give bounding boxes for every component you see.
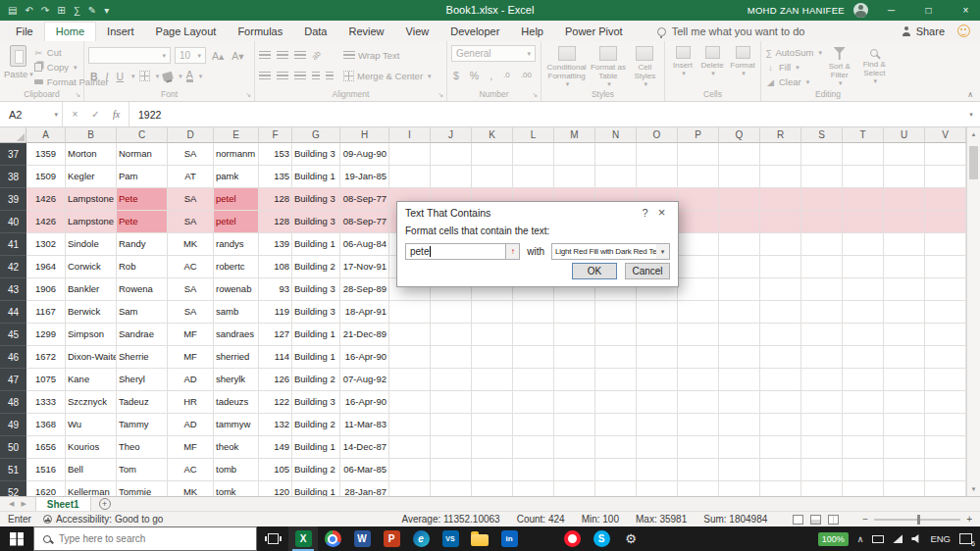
align-right-icon[interactable] bbox=[294, 72, 306, 80]
cell-A47[interactable]: 1075 bbox=[26, 369, 66, 391]
cell-V48[interactable] bbox=[925, 391, 966, 414]
cell-G48[interactable]: Building 3 bbox=[292, 391, 340, 414]
cell-A37[interactable]: 1359 bbox=[26, 143, 66, 166]
cell-M46[interactable] bbox=[554, 346, 595, 369]
feedback-smiley-icon[interactable] bbox=[957, 25, 970, 37]
align-bottom-icon[interactable] bbox=[294, 51, 306, 60]
cell-V51[interactable] bbox=[925, 459, 966, 481]
row-header-50[interactable]: 50 bbox=[0, 436, 26, 459]
previous-sheet-icon[interactable]: ◀ bbox=[9, 500, 14, 508]
format-cells-button[interactable]: Format▾ bbox=[728, 45, 757, 77]
row-header-38[interactable]: 38 bbox=[0, 166, 26, 188]
cell-H50[interactable]: 14-Dec-87 bbox=[340, 436, 389, 459]
taskbar-settings-button[interactable]: ⚙ bbox=[616, 526, 645, 551]
column-header-H[interactable]: H bbox=[340, 127, 389, 143]
cell-G40[interactable]: Building 3 bbox=[292, 211, 340, 233]
cell-F48[interactable]: 122 bbox=[259, 391, 292, 414]
cell-V41[interactable] bbox=[925, 233, 966, 256]
cell-K38[interactable] bbox=[472, 166, 513, 188]
cell-A45[interactable]: 1299 bbox=[26, 324, 66, 346]
cell-C45[interactable]: Sandrae bbox=[117, 324, 168, 346]
cell-Q43[interactable] bbox=[719, 278, 760, 301]
cell-M52[interactable] bbox=[554, 481, 595, 496]
cell-I45[interactable] bbox=[389, 324, 431, 346]
column-header-U[interactable]: U bbox=[884, 127, 925, 143]
taskbar-word-button[interactable] bbox=[347, 526, 377, 551]
name-box[interactable]: A2 ▾ bbox=[0, 102, 63, 126]
cell-D50[interactable]: MF bbox=[168, 436, 214, 459]
cell-A51[interactable]: 1516 bbox=[26, 459, 66, 481]
zoom-out-icon[interactable]: − bbox=[862, 514, 868, 525]
collapse-dialog-button[interactable]: ↑ bbox=[505, 244, 519, 259]
tab-formulas[interactable]: Formulas bbox=[227, 23, 293, 41]
cell-T47[interactable] bbox=[843, 369, 884, 391]
cell-M47[interactable] bbox=[554, 369, 595, 391]
cell-H44[interactable]: 18-Apr-91 bbox=[340, 301, 389, 324]
cell-R45[interactable] bbox=[760, 324, 801, 346]
tab-view[interactable]: View bbox=[395, 23, 440, 41]
start-button[interactable] bbox=[0, 526, 33, 551]
user-avatar[interactable] bbox=[853, 3, 868, 18]
cell-O38[interactable] bbox=[637, 166, 678, 188]
cell-O48[interactable] bbox=[637, 391, 678, 414]
scroll-down-icon[interactable]: ▼ bbox=[967, 482, 980, 496]
cell-S46[interactable] bbox=[801, 346, 843, 369]
delete-cells-button[interactable]: Delete▾ bbox=[698, 45, 726, 77]
cell-B37[interactable]: Morton bbox=[66, 143, 117, 166]
column-header-S[interactable]: S bbox=[801, 127, 843, 143]
volume-icon[interactable] bbox=[911, 534, 921, 543]
cell-E37[interactable]: normanm bbox=[214, 143, 259, 166]
cell-K48[interactable] bbox=[472, 391, 513, 414]
cell-D40[interactable]: SA bbox=[168, 211, 214, 233]
number-dialog-launcher-icon[interactable]: ↘ bbox=[532, 91, 538, 99]
cell-K52[interactable] bbox=[472, 481, 513, 496]
cell-P46[interactable] bbox=[678, 346, 719, 369]
cell-A46[interactable]: 1672 bbox=[26, 346, 66, 369]
undo-icon[interactable]: ↶ bbox=[25, 5, 32, 16]
taskbar-excel-button[interactable] bbox=[288, 526, 318, 551]
cell-D51[interactable]: AC bbox=[168, 459, 214, 481]
cell-E49[interactable]: tammyw bbox=[214, 414, 259, 436]
cell-E43[interactable]: rowenab bbox=[214, 278, 259, 301]
cell-D39[interactable]: SA bbox=[168, 188, 214, 211]
cell-D49[interactable]: AD bbox=[168, 414, 214, 436]
cell-B47[interactable]: Kane bbox=[66, 369, 117, 391]
insert-cells-button[interactable]: Insert▾ bbox=[669, 45, 696, 77]
column-header-M[interactable]: M bbox=[554, 127, 595, 143]
column-header-J[interactable]: J bbox=[431, 127, 472, 143]
format-as-table-button[interactable]: Format as Table▾ bbox=[590, 45, 626, 88]
cancel-entry-icon[interactable]: × bbox=[65, 109, 85, 120]
minimize-button[interactable]: ─ bbox=[877, 0, 905, 21]
conditional-formatting-button[interactable]: Conditional Formatting▾ bbox=[545, 45, 588, 88]
cell-P41[interactable] bbox=[678, 233, 719, 256]
column-header-P[interactable]: P bbox=[678, 127, 719, 143]
scroll-up-icon[interactable]: ▲ bbox=[967, 127, 980, 141]
cell-T48[interactable] bbox=[843, 391, 884, 414]
cell-K37[interactable] bbox=[472, 143, 513, 166]
cell-C43[interactable]: Rowena bbox=[117, 278, 168, 301]
cell-T38[interactable] bbox=[843, 166, 884, 188]
cell-T42[interactable] bbox=[843, 256, 884, 278]
decrease-indent-icon[interactable] bbox=[312, 72, 320, 80]
cell-C48[interactable]: Tadeuz bbox=[117, 391, 168, 414]
cell-G42[interactable]: Building 2 bbox=[292, 256, 340, 278]
cell-J46[interactable] bbox=[431, 346, 472, 369]
taskbar-chrome-button[interactable] bbox=[318, 526, 347, 551]
cell-U41[interactable] bbox=[884, 233, 925, 256]
cell-V52[interactable] bbox=[925, 481, 966, 496]
cell-T43[interactable] bbox=[843, 278, 884, 301]
taskbar-opera-button[interactable] bbox=[557, 526, 587, 551]
cell-U43[interactable] bbox=[884, 278, 925, 301]
cell-T46[interactable] bbox=[843, 346, 884, 369]
fill-color-icon[interactable] bbox=[162, 71, 174, 80]
accounting-format-button[interactable]: $ bbox=[451, 70, 461, 81]
cell-T49[interactable] bbox=[843, 414, 884, 436]
cell-S48[interactable] bbox=[801, 391, 843, 414]
cell-L46[interactable] bbox=[513, 346, 554, 369]
cell-S47[interactable] bbox=[801, 369, 843, 391]
row-header-45[interactable]: 45 bbox=[0, 324, 26, 346]
cell-H45[interactable]: 21-Dec-89 bbox=[340, 324, 389, 346]
cell-P49[interactable] bbox=[678, 414, 719, 436]
orientation-icon[interactable]: ab bbox=[310, 49, 323, 62]
cell-R41[interactable] bbox=[760, 233, 801, 256]
